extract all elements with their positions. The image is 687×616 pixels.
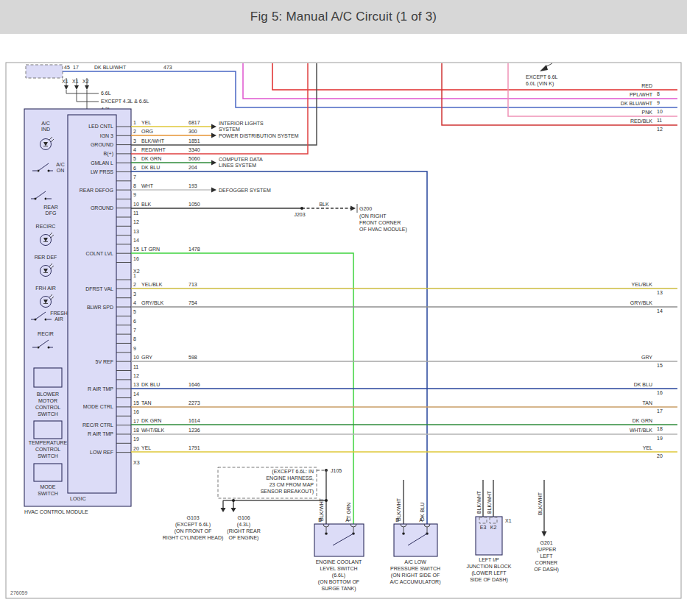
pin-number: 45 — [64, 65, 70, 70]
system-label: LINES SYSTEM — [219, 163, 256, 168]
pin-number: 19 — [133, 436, 139, 442]
wire-label: WHT/BLK — [630, 428, 652, 433]
wire-label: YEL/BLK — [141, 282, 163, 287]
document-number: 276059 — [10, 590, 27, 595]
pin-number: 13 — [133, 229, 139, 234]
component-label: LEVEL SWITCH — [320, 566, 357, 571]
pin-number: 1 — [133, 120, 136, 125]
wire-label: WHT/BLK — [141, 428, 164, 433]
pin-number: 2 — [133, 282, 136, 287]
splice-label: J203 — [294, 212, 305, 217]
blower-switch-box — [34, 368, 62, 387]
ground-note: (UPPER — [537, 547, 556, 553]
note-line: ENGINE HARNESS, — [266, 475, 314, 481]
pin-label: R AIR TMP — [88, 431, 113, 436]
component-label: A/C — [56, 162, 65, 167]
pin-label: REC/R CTRL — [82, 422, 113, 428]
edge-number: 9 — [657, 100, 660, 105]
connector-designator: X1 — [62, 79, 68, 84]
junction-dot — [232, 499, 235, 502]
hvac-control-module: LOGIC HVAC CONTROL MODULE X2 X3 A/C IND … — [24, 109, 140, 514]
wire-label: YEL — [643, 445, 652, 450]
component-note: (ON RIGHT SIDE OF — [391, 573, 440, 578]
wire-label: TAN — [141, 400, 151, 406]
pin-number: 6 — [133, 319, 136, 324]
wire-label: ORG — [141, 129, 153, 134]
circuit-number: 1236 — [189, 428, 200, 433]
wire-label: DK BLU — [634, 382, 652, 387]
system-label: INTERIOR LIGHTS — [219, 121, 264, 126]
wire-label: WHT — [141, 183, 154, 188]
ground-note: OF ENGINE) — [229, 535, 259, 541]
edge-number: 19 — [657, 436, 663, 441]
variant-label: EXCEPT 4.3L & 6.6L — [101, 99, 149, 104]
pin-label: BLWR SPD — [87, 305, 113, 310]
component-note: SIDE OF DASH) — [470, 577, 508, 583]
pin-number: 7 — [133, 328, 136, 333]
pin-number: 1 — [133, 273, 136, 278]
note-line: EXCEPT 6.6L — [526, 74, 558, 79]
system-label: DEFOGGER SYSTEM — [219, 188, 271, 193]
system-label: POWER DISTRIBUTION SYSTEM — [219, 133, 299, 138]
ground-label: G103 — [186, 515, 199, 520]
component-note: (LOWER LEFT — [471, 570, 507, 576]
mode-switch-box — [34, 464, 62, 481]
pin-label: IGN 3 — [100, 133, 113, 138]
pin-number: 17 — [133, 419, 139, 424]
ground-note: OF DASH) — [534, 567, 558, 573]
component-label: RER DEF — [35, 255, 57, 260]
note-line: 23 CM FROM MAP — [269, 482, 314, 487]
ground-note: (4.3L) — [237, 522, 250, 528]
wire-label: YEL — [141, 445, 151, 450]
connector-designator: X2 — [82, 79, 89, 84]
wiring-diagram: 45 17 DK BLU/WHT 473 X1 X1 X2 6.6L EXCEP… — [0, 0, 687, 616]
wire-label: LT GRN — [141, 247, 160, 252]
component-label: TEMPERATURE — [29, 440, 68, 445]
pin-number: 8 — [133, 183, 136, 188]
pin-label: GMLAN L — [91, 160, 113, 166]
ground-note: (RIGHT REAR — [227, 528, 260, 534]
ground-label: G201 — [540, 540, 552, 545]
pin-number: 5 — [133, 156, 136, 161]
splice-dot — [300, 207, 303, 210]
edge-number: 11 — [657, 118, 662, 123]
circuit-number: 2273 — [189, 400, 200, 406]
pin-letter: B — [395, 517, 399, 523]
pin-letter: A — [419, 517, 423, 523]
pin-label: B(+) — [104, 151, 113, 157]
circuit-number: 5060 — [189, 156, 200, 161]
ground-note: (ON FRONT OF — [175, 528, 211, 534]
pin-number: 8 — [133, 336, 136, 341]
wire-label: YEL — [141, 120, 151, 125]
edge-number: 8 — [657, 91, 660, 96]
ground-label: G106 — [237, 515, 250, 520]
pin-number: 6 — [133, 166, 136, 171]
wire-label: DK GRN — [141, 418, 161, 423]
pin-number: 20 — [133, 446, 139, 451]
component-note: SURGE TANK) — [321, 586, 356, 592]
wire-label: GRY — [141, 355, 152, 360]
pin-number: 4 — [133, 147, 136, 152]
pin-number: 18 — [133, 428, 139, 433]
pin-label: GROUND — [91, 205, 113, 210]
component-label: DFG — [46, 210, 57, 216]
terminal-label: E3 — [480, 525, 487, 530]
circuit-number: 1791 — [189, 445, 200, 450]
component-label: LEFT I/P — [479, 557, 499, 562]
wire-label: GRY/BLK — [141, 300, 164, 305]
component-label: A/C — [41, 121, 50, 126]
pin-number: 14 — [133, 392, 139, 397]
pin-label: 5V REF — [95, 359, 113, 364]
edge-number: 14 — [657, 308, 663, 314]
wire-label: DK GRN — [141, 156, 161, 161]
pin-label: MODE CTRL — [83, 404, 113, 409]
circuit-number: 1050 — [189, 202, 200, 207]
circuit-number: 1614 — [189, 418, 200, 423]
component-label: PRESSURE SWITCH — [390, 566, 440, 571]
pin-number: 16 — [133, 256, 139, 261]
circuit-number: 6817 — [189, 120, 200, 125]
pin-number: 13 — [133, 382, 139, 387]
wire-label: BLK — [319, 202, 329, 207]
wire-label: TAN — [643, 400, 652, 406]
wire-label: YEL/BLK — [632, 282, 653, 287]
